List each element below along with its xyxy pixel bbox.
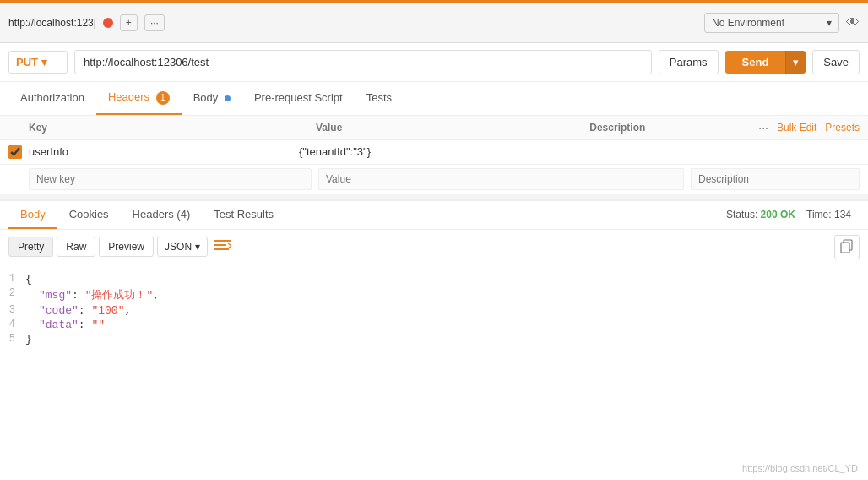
svg-rect-0 <box>214 240 231 242</box>
format-selector[interactable]: JSON ▾ <box>157 237 208 257</box>
response-tab-headers[interactable]: Headers (4) <box>121 201 203 229</box>
new-key-input[interactable] <box>29 168 312 190</box>
request-tabs: Authorization Headers 1 Body Pre-request… <box>0 82 868 116</box>
response-tab-body[interactable]: Body <box>8 201 57 229</box>
eye-button[interactable]: 👁 <box>846 15 860 30</box>
env-label: No Environment <box>712 17 784 29</box>
svg-rect-2 <box>214 248 229 250</box>
value-column-header: Value <box>316 122 589 134</box>
method-selector[interactable]: PUT ▾ <box>8 51 68 74</box>
browser-bar: http://localhost:123| + ··· No Environme… <box>0 3 868 43</box>
bulk-edit-button[interactable]: Bulk Edit <box>777 122 816 134</box>
header-checkbox[interactable] <box>8 145 22 159</box>
raw-button[interactable]: Raw <box>57 237 95 257</box>
method-label: PUT <box>16 56 38 68</box>
panel-divider <box>0 194 868 200</box>
response-time: 134 <box>834 209 851 221</box>
presets-button[interactable]: Presets <box>825 122 860 134</box>
params-button[interactable]: Params <box>659 50 719 74</box>
new-value-input[interactable] <box>318 168 684 190</box>
method-chevron-icon: ▾ <box>41 56 47 68</box>
browser-dot <box>103 18 113 28</box>
body-dot <box>225 95 231 101</box>
request-bar: PUT ▾ Params Send ▾ Save <box>0 43 868 82</box>
desc-column-header: Description <box>589 122 758 134</box>
response-body-code: 1 { 2 "msg": "操作成功！", 3 "code": "100", 4… <box>0 265 868 417</box>
format-label: JSON <box>165 241 192 253</box>
preview-button[interactable]: Preview <box>99 237 154 257</box>
header-value-cell: {"tenantId":"3"} <box>299 145 691 158</box>
send-dropdown-button[interactable]: ▾ <box>785 51 806 74</box>
chevron-down-icon: ▾ <box>827 17 832 29</box>
tab-authorization[interactable]: Authorization <box>8 83 96 114</box>
header-key-cell: userInfo <box>29 145 299 158</box>
more-options-button[interactable]: ··· <box>144 14 165 31</box>
code-line-1: 1 { <box>0 272 868 286</box>
headers-column-header: Key Value Description ··· Bulk Edit Pres… <box>0 116 868 140</box>
response-tab-cookies[interactable]: Cookies <box>57 201 121 229</box>
wrap-button[interactable] <box>214 238 231 256</box>
new-header-row <box>0 165 868 194</box>
new-tab-button[interactable]: + <box>120 14 138 31</box>
code-line-4: 4 "data": "" <box>0 318 868 332</box>
response-toolbar: Pretty Raw Preview JSON ▾ <box>0 230 868 265</box>
status-code: 200 OK <box>761 209 795 221</box>
tab-body[interactable]: Body <box>182 83 242 114</box>
save-button[interactable]: Save <box>812 50 860 74</box>
pretty-button[interactable]: Pretty <box>8 237 53 257</box>
code-line-2: 2 "msg": "操作成功！", <box>0 286 868 303</box>
copy-button[interactable] <box>834 235 860 259</box>
key-column-header: Key <box>29 122 316 134</box>
tab-headers[interactable]: Headers 1 <box>96 82 182 115</box>
response-section: Body Cookies Headers (4) Test Results St… <box>0 200 868 417</box>
code-line-5: 5 } <box>0 332 868 346</box>
svg-rect-1 <box>214 244 226 246</box>
send-button[interactable]: Send <box>725 51 786 74</box>
response-status: Status: 200 OK Time: 134 <box>718 202 860 227</box>
tab-tests[interactable]: Tests <box>355 83 404 114</box>
table-row: userInfo {"tenantId":"3"} <box>0 140 868 165</box>
response-tab-test-results[interactable]: Test Results <box>202 201 285 229</box>
environment-selector[interactable]: No Environment ▾ <box>704 13 839 33</box>
more-options-icon[interactable]: ··· <box>758 121 768 134</box>
send-button-group: Send ▾ <box>725 51 806 74</box>
response-tabs: Body Cookies Headers (4) Test Results St… <box>0 201 868 230</box>
header-actions: ··· Bulk Edit Presets <box>758 121 860 134</box>
new-desc-input[interactable] <box>691 168 860 190</box>
svg-rect-4 <box>841 243 849 253</box>
headers-badge: 1 <box>156 91 170 105</box>
format-chevron-icon: ▾ <box>195 241 200 253</box>
url-input[interactable] <box>74 50 652 74</box>
code-line-3: 3 "code": "100", <box>0 303 868 318</box>
tab-pre-request[interactable]: Pre-request Script <box>242 83 355 114</box>
browser-url-text: http://localhost:123| <box>8 17 96 29</box>
